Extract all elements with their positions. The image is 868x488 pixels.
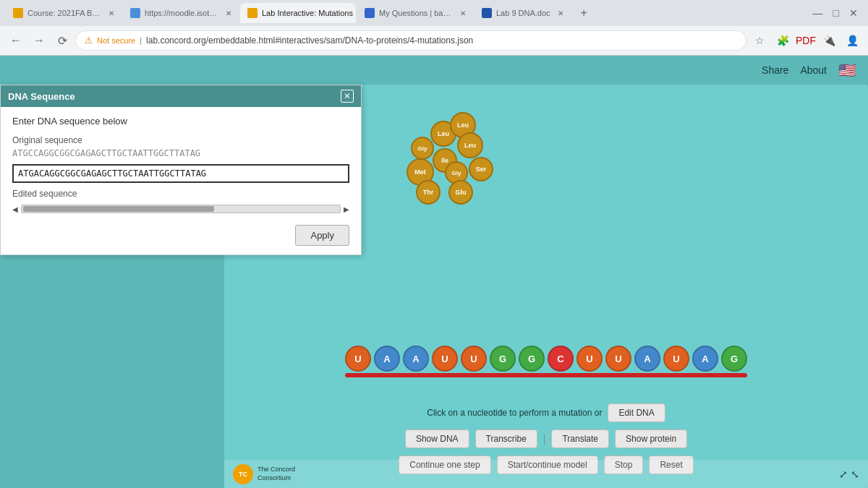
separator: | — [140, 36, 142, 45]
transcribe-button[interactable]: Transcribe — [475, 429, 537, 448]
nucleotide-U-5[interactable]: U — [605, 346, 631, 372]
tab-label: My Questions | bartleby — [379, 9, 453, 17]
nav-right: ☆ 🧩 PDF 🔌 👤 — [749, 30, 862, 51]
nucleotide-A-4[interactable]: A — [692, 346, 718, 372]
fullscreen-icons: ⤢ ⤡ — [839, 468, 859, 480]
tab-favicon — [130, 8, 140, 18]
tab-label: Lab Interactive: Mutations — [262, 9, 353, 17]
concord-line2: Consortium — [258, 474, 295, 483]
control-row-1: Click on a nucleotide to perform a mutat… — [427, 403, 665, 422]
dna-sequence-dialog: DNA Sequence ✕ Enter DNA sequence below … — [0, 85, 362, 255]
app-footer: TC The Concord Consortium ⤢ ⤡ — [224, 460, 868, 488]
app-topbar: Share About 🇺🇸 — [0, 56, 868, 85]
nucleotide-G-2[interactable]: G — [519, 346, 545, 372]
tab-close-btn[interactable]: ✕ — [460, 9, 466, 17]
account-btn[interactable]: 👤 — [842, 30, 862, 51]
concord-text: The Concord Consortium — [258, 466, 295, 482]
scroll-left-arrow[interactable]: ◀ — [12, 205, 18, 213]
protein-area: Leu Leu Gly Leu Ile Met Gly Ser Thr Glu — [369, 106, 514, 222]
nucleotide-U-4[interactable]: U — [576, 346, 603, 372]
concord-logo: TC The Concord Consortium — [233, 464, 295, 484]
fullscreen-expand-icon[interactable]: ⤢ — [839, 468, 848, 480]
new-tab-button[interactable]: + — [575, 4, 593, 22]
amino-ser[interactable]: Ser — [469, 157, 493, 181]
scrollbar-thumb — [23, 206, 214, 212]
tab-dna-doc[interactable]: Lab 9 DNA.doc ✕ — [475, 3, 571, 23]
concord-line1: The Concord — [258, 466, 295, 474]
flag-icon: 🇺🇸 — [838, 61, 856, 79]
tab-bartleby[interactable]: My Questions | bartleby ✕ — [357, 3, 473, 23]
apply-button[interactable]: Apply — [295, 225, 349, 246]
amino-gly-1[interactable]: Gly — [411, 137, 434, 160]
dialog-title: DNA Sequence — [8, 91, 75, 102]
separator-1: | — [543, 433, 546, 445]
address-text: lab.concord.org/embeddable.html#interact… — [146, 35, 473, 46]
original-label: Original sequence — [12, 135, 349, 145]
nucleotide-U-1[interactable]: U — [345, 346, 371, 372]
tab-moodle[interactable]: https://moodle.isothermal.ec ✕ — [123, 3, 239, 23]
translate-button[interactable]: Translate — [551, 429, 609, 448]
amino-glu[interactable]: Glu — [448, 180, 473, 205]
original-sequence-text: ATGCCAGGCGGCGAGAGCTTGCTAATTGGCTTATAG — [12, 148, 349, 158]
control-row-2: Show DNA Transcribe | Translate Show pro… — [405, 429, 687, 448]
tab-lab-interactive[interactable]: Lab Interactive: Mutations ✕ — [240, 3, 356, 23]
about-button[interactable]: About — [800, 64, 827, 76]
scrollbar-track[interactable] — [21, 205, 341, 213]
sequence-input[interactable] — [12, 164, 349, 183]
nucleotide-A-3[interactable]: A — [634, 346, 660, 372]
tab-favicon — [365, 8, 375, 18]
show-protein-button[interactable]: Show protein — [615, 429, 687, 448]
nucleotide-U-2[interactable]: U — [432, 346, 458, 372]
forward-button[interactable]: → — [29, 30, 49, 51]
tab-course[interactable]: Course: 2021FA BIO 275 700 ✕ — [6, 3, 122, 23]
tab-close-btn[interactable]: ✕ — [226, 9, 231, 17]
edited-label: Edited sequence — [12, 189, 349, 199]
dialog-close-button[interactable]: ✕ — [341, 90, 354, 103]
tab-label: Lab 9 DNA.doc — [496, 9, 550, 17]
dna-red-line — [345, 373, 747, 377]
nucleotide-G-1[interactable]: G — [490, 346, 516, 372]
nucleotide-U-3[interactable]: U — [461, 346, 487, 372]
tab-bar: Course: 2021FA BIO 275 700 ✕ https://moo… — [0, 0, 868, 26]
concord-circle: TC — [233, 464, 253, 484]
nucleotide-G-3[interactable]: G — [721, 346, 747, 372]
extension-btn[interactable]: 🧩 — [773, 30, 793, 51]
pdf-btn[interactable]: PDF — [796, 30, 816, 51]
app-container: Share About 🇺🇸 DNA Sequence ✕ Enter DNA … — [0, 56, 868, 488]
scroll-right-arrow[interactable]: ▶ — [344, 205, 349, 213]
nucleotide-A-2[interactable]: A — [403, 346, 429, 372]
dialog-instruction: Enter DNA sequence below — [12, 116, 349, 127]
dialog-header: DNA Sequence ✕ — [1, 85, 361, 107]
show-dna-button[interactable]: Show DNA — [405, 429, 469, 448]
dna-strand-area: U A A U U G G C U U A U A G — [224, 330, 868, 388]
tab-favicon — [247, 8, 258, 18]
tab-close-btn[interactable]: ✕ — [558, 9, 563, 17]
nucleotide-C-1[interactable]: C — [548, 346, 574, 372]
address-bar[interactable]: ⚠ Not secure | lab.concord.org/embeddabl… — [75, 30, 746, 51]
back-button[interactable]: ← — [6, 30, 26, 51]
nucleotide-U-6[interactable]: U — [663, 346, 689, 372]
nucleotide-A-1[interactable]: A — [374, 346, 400, 372]
dialog-body: Enter DNA sequence below Original sequen… — [1, 107, 361, 254]
share-button[interactable]: Share — [762, 64, 788, 76]
nucleotide-row: U A A U U G G C U U A U A G — [345, 346, 747, 372]
tab-label: https://moodle.isothermal.ec — [145, 9, 218, 17]
bookmark-btn[interactable]: ☆ — [749, 30, 770, 51]
close-window-btn[interactable]: ✕ — [845, 7, 862, 19]
tab-favicon — [482, 8, 492, 18]
ext2-btn[interactable]: 🔌 — [819, 30, 839, 51]
fullscreen-arrows-icon[interactable]: ⤡ — [851, 468, 859, 480]
minimize-btn[interactable]: — — [809, 7, 827, 19]
click-instruction: Click on a nucleotide to perform a mutat… — [427, 408, 602, 418]
reload-button[interactable]: ⟳ — [52, 30, 72, 51]
main-content: DNA Sequence ✕ Enter DNA sequence below … — [0, 85, 868, 488]
restore-btn[interactable]: □ — [829, 7, 843, 19]
tab-close-btn[interactable]: ✕ — [109, 9, 114, 17]
browser-chrome: Course: 2021FA BIO 275 700 ✕ https://moo… — [0, 0, 868, 56]
tab-favicon — [13, 8, 23, 18]
security-label: Not secure — [97, 36, 135, 45]
edit-dna-button[interactable]: Edit DNA — [608, 403, 665, 422]
amino-leu-3[interactable]: Leu — [457, 132, 483, 158]
amino-thr[interactable]: Thr — [416, 180, 441, 205]
scrollbar-container: ◀ ▶ — [12, 205, 349, 213]
